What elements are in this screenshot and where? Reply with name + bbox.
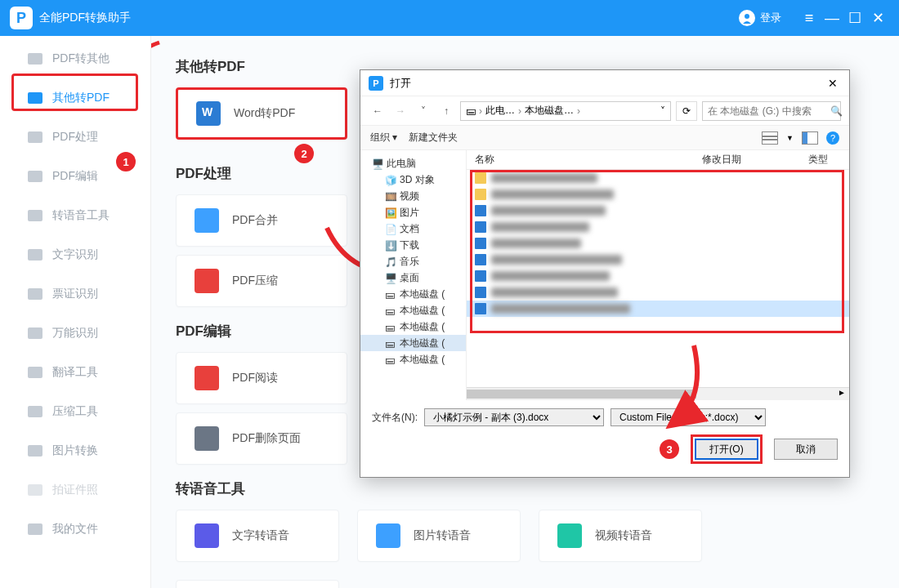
login-link[interactable]: 登录 xyxy=(760,11,781,25)
word-file-icon xyxy=(475,205,486,216)
sidebar-item-myfiles[interactable]: 我的文件 xyxy=(0,510,150,549)
open-button[interactable]: 打开(O) xyxy=(695,439,758,460)
sidebar-item-compress[interactable]: 压缩工具 xyxy=(0,392,150,431)
sidebar-item-idphoto[interactable]: 拍证件照 xyxy=(0,470,150,510)
col-name[interactable]: 名称 xyxy=(467,153,694,167)
app-icon: P xyxy=(369,76,383,91)
breadcrumb[interactable]: 🖴 › 此电… › 本地磁盘… › ˅ xyxy=(460,101,671,121)
col-type[interactable]: 类型 xyxy=(800,153,849,167)
tree-label: 下载 xyxy=(400,238,419,252)
forward-icon[interactable]: → xyxy=(391,105,409,117)
file-row[interactable]: xxx xyxy=(467,284,849,301)
horizontal-scrollbar[interactable]: ◄► xyxy=(467,387,849,400)
card-web-tts[interactable]: 网页转语音手机转换 xyxy=(176,580,339,588)
read-icon xyxy=(195,366,219,390)
minimize-icon[interactable]: — xyxy=(821,10,843,27)
scroll-thumb[interactable] xyxy=(467,390,696,399)
preview-pane-icon[interactable] xyxy=(802,131,818,145)
search-field[interactable] xyxy=(708,105,830,117)
tree-item[interactable]: 🖴本地磁盘 ( xyxy=(360,318,466,335)
word-file-icon xyxy=(475,254,486,265)
sidebar-label: 文字识别 xyxy=(52,247,98,262)
sidebar-label: 我的文件 xyxy=(52,522,98,537)
card-word-to-pdf[interactable]: W Word转PDF 2 xyxy=(176,87,347,140)
view-icon[interactable] xyxy=(762,131,778,145)
card-video-tts[interactable]: 视频转语音 xyxy=(539,510,702,562)
video-icon xyxy=(557,523,582,548)
tree-item[interactable]: 🎵音乐 xyxy=(360,253,466,270)
file-row[interactable]: xxx xyxy=(467,301,849,317)
crumb-segment[interactable]: 本地磁盘… xyxy=(525,104,574,118)
compress-icon xyxy=(195,269,219,293)
tree-item[interactable]: 🖴本地磁盘 ( xyxy=(360,302,466,318)
tree-item[interactable]: 🧊3D 对象 xyxy=(360,172,466,188)
maximize-icon[interactable]: ☐ xyxy=(843,9,866,27)
sidebar-item-pdf-process[interactable]: PDF处理 xyxy=(0,118,150,157)
card-pdf-read[interactable]: PDF阅读 xyxy=(176,352,347,404)
filename-input[interactable]: 小橘灯示例 - 副本 (3).docx xyxy=(424,408,604,426)
file-row[interactable]: xxx xyxy=(467,235,849,252)
organize-button[interactable]: 组织 ▾ xyxy=(370,131,397,145)
tree-label: 本地磁盘 ( xyxy=(400,353,445,367)
search-icon[interactable]: 🔍 xyxy=(830,105,843,117)
sidebar-item-other-to-pdf[interactable]: 其他转PDF xyxy=(0,78,150,118)
cancel-button[interactable]: 取消 xyxy=(774,439,838,460)
avatar-icon[interactable] xyxy=(739,10,755,26)
close-icon[interactable]: ✕ xyxy=(866,9,889,27)
tree-label: 图片 xyxy=(400,206,419,220)
file-row[interactable]: xxx xyxy=(467,252,849,268)
tree-item[interactable]: 🖴本地磁盘 ( xyxy=(360,351,466,368)
filetype-select[interactable]: Custom Files (*.doc;*.docx) xyxy=(611,408,766,426)
menu-icon[interactable]: ≡ xyxy=(798,10,821,27)
tree-icon: 🖴 xyxy=(385,338,396,348)
file-row[interactable]: xxx xyxy=(467,268,849,284)
tree-item[interactable]: 🎞️视频 xyxy=(360,188,466,204)
back-icon[interactable]: ← xyxy=(369,105,387,117)
col-date[interactable]: 修改日期 xyxy=(694,153,800,167)
sidebar-item-universal[interactable]: 万能识别 xyxy=(0,314,150,353)
file-row[interactable]: xxx xyxy=(467,219,849,235)
tree-item[interactable]: 🖥️此电脑 xyxy=(360,155,466,172)
app-logo: P xyxy=(10,7,33,29)
sidebar-item-tts[interactable]: 转语音工具 xyxy=(0,196,150,235)
tree-item[interactable]: 🖴本地磁盘 ( xyxy=(360,335,466,351)
sidebar-item-ocr[interactable]: 文字识别 xyxy=(0,235,150,274)
card-pdf-compress[interactable]: PDF压缩 xyxy=(176,255,347,307)
tree-label: 3D 对象 xyxy=(400,173,435,187)
tree-item[interactable]: 🖼️图片 xyxy=(360,204,466,220)
refresh-icon[interactable]: ⟳ xyxy=(676,101,697,121)
folder-icon xyxy=(475,172,486,184)
tree-item[interactable]: 📄文档 xyxy=(360,220,466,237)
sidebar-item-ticket[interactable]: 票证识别 xyxy=(0,274,150,314)
sidebar-label: 压缩工具 xyxy=(52,404,98,419)
help-icon[interactable]: ? xyxy=(826,131,839,145)
file-row[interactable]: xxx xyxy=(467,186,849,203)
tree-label: 视频 xyxy=(400,189,419,203)
tree-icon: 🖼️ xyxy=(385,207,396,217)
file-row[interactable]: xxx xyxy=(467,170,849,186)
word-file-icon xyxy=(475,238,486,249)
chevron-down-icon[interactable]: ˅ xyxy=(660,105,665,117)
new-folder-button[interactable]: 新建文件夹 xyxy=(409,131,458,145)
card-image-tts[interactable]: 图片转语音 xyxy=(357,510,521,562)
tree-item[interactable]: 🖴本地磁盘 ( xyxy=(360,286,466,302)
file-list[interactable]: xxx xxx xxx xxx xxx xxx xxx xxx xxx xyxy=(467,170,849,382)
tree-item[interactable]: ⬇️下载 xyxy=(360,237,466,253)
crumb-segment[interactable]: 此电… xyxy=(485,104,515,118)
card-pdf-merge[interactable]: PDF合并 xyxy=(176,194,347,247)
up-icon[interactable]: ↑ xyxy=(437,105,455,117)
recent-icon[interactable]: ˅ xyxy=(414,105,432,117)
sidebar-item-pdf-to-other[interactable]: PDF转其他 xyxy=(0,39,150,78)
card-label: 图片转语音 xyxy=(414,528,471,543)
search-input[interactable]: 🔍 xyxy=(702,101,841,121)
close-icon[interactable]: ✕ xyxy=(825,77,841,90)
card-pdf-delete-page[interactable]: PDF删除页面 xyxy=(176,412,347,465)
sidebar-item-image[interactable]: 图片转换 xyxy=(0,431,150,470)
file-row[interactable]: xxx xyxy=(467,203,849,219)
tree-item[interactable]: 🖥️桌面 xyxy=(360,270,466,286)
card-text-tts[interactable]: 文字转语音 xyxy=(176,510,339,562)
sidebar-item-translate[interactable]: 翻译工具 xyxy=(0,353,150,392)
chevron-down-icon[interactable]: ▼ xyxy=(786,134,794,142)
tree-icon: 🧊 xyxy=(385,175,396,185)
step-badge-2: 2 xyxy=(294,144,314,163)
